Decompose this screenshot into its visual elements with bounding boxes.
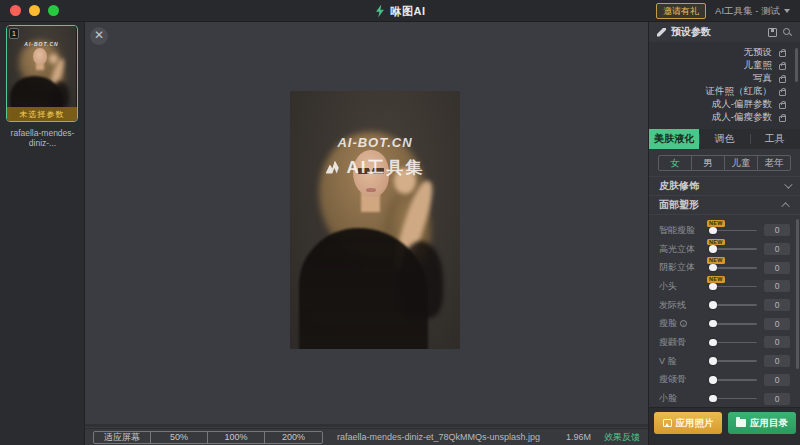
- slider-value: 0: [764, 355, 790, 367]
- thumbnail-photo: AI-BOT.CN: [7, 26, 76, 120]
- section-skin-retouch[interactable]: 皮肤修饰: [649, 176, 800, 195]
- app-window: 咻图AI 邀请有礼 AI工具集 - 测试 1 AI-BOT.CN 未选择参数 r…: [0, 0, 800, 445]
- slider[interactable]: [710, 286, 757, 288]
- slider[interactable]: [710, 248, 757, 250]
- slider-handle[interactable]: [709, 227, 717, 235]
- preset-item[interactable]: 儿童照: [649, 59, 800, 72]
- fit-screen-button[interactable]: 适应屏幕: [94, 432, 151, 443]
- slider-value: 0: [764, 336, 790, 348]
- slider-value: 0: [764, 280, 790, 292]
- account-menu[interactable]: AI工具集 - 测试: [715, 5, 790, 18]
- slider-value: 0: [764, 224, 790, 236]
- slider-handle[interactable]: [709, 283, 717, 291]
- slider[interactable]: [710, 304, 757, 306]
- file-size: 1.96M: [566, 432, 591, 442]
- apply-to-photo-button[interactable]: 应用照片: [654, 412, 722, 434]
- slider-row-slim-cheekbone: 瘦颧骨 0: [649, 333, 800, 352]
- gender-child[interactable]: 儿童: [725, 156, 758, 170]
- photo-lips: [366, 188, 376, 192]
- preset-item[interactable]: 证件照（红底）: [649, 85, 800, 98]
- slider-handle[interactable]: [709, 339, 717, 347]
- slider-handle[interactable]: [709, 245, 717, 253]
- thumb-watermark: AI-BOT.CN: [7, 41, 76, 47]
- slider-row-hairline: 发际线 0: [649, 296, 800, 315]
- maximize-window-button[interactable]: [48, 5, 59, 16]
- close-window-button[interactable]: [10, 5, 21, 16]
- preset-scrollbar[interactable]: [795, 48, 798, 82]
- slider[interactable]: [710, 360, 757, 362]
- slider-row-small-face: 小脸 0: [649, 389, 800, 408]
- slider-value: 0: [764, 243, 790, 255]
- chevron-up-icon: [781, 202, 789, 210]
- preset-item[interactable]: 写真: [649, 72, 800, 85]
- photo-sleeve: [399, 241, 443, 318]
- account-label: AI工具集 - 测试: [715, 5, 780, 18]
- tab-beauty-liquify[interactable]: 美肤液化: [649, 129, 699, 149]
- settings-panel: 预设参数 无预设 儿童照 写真 证件照（红底） 成人-偏胖参数 成人-偏瘦参数: [648, 22, 800, 445]
- new-badge: NEW: [707, 276, 725, 283]
- image-thumbnail-card[interactable]: 1 AI-BOT.CN 未选择参数: [6, 25, 78, 122]
- zoom-200-button[interactable]: 200%: [265, 432, 322, 443]
- minimize-window-button[interactable]: [29, 5, 40, 16]
- slider-handle[interactable]: [709, 320, 717, 328]
- lock-icon: [779, 103, 786, 109]
- new-badge: NEW: [707, 239, 725, 246]
- search-icon[interactable]: [782, 27, 792, 37]
- gender-female[interactable]: 女: [659, 156, 692, 170]
- info-icon[interactable]: i: [680, 320, 687, 327]
- slider-handle[interactable]: [709, 357, 717, 365]
- tab-color-grade[interactable]: 调色: [699, 129, 749, 149]
- current-filename: rafaella-mendes-diniz-et_78QkMMQs-unspla…: [337, 432, 540, 442]
- no-preset-banner: 未选择参数: [7, 107, 77, 121]
- zoom-50-button[interactable]: 50%: [151, 432, 208, 443]
- slider-row-small-head: NEW 小头 0: [649, 277, 800, 296]
- thumbnail-index-badge: 1: [9, 28, 19, 39]
- chevron-down-icon: [784, 9, 790, 13]
- slider[interactable]: [710, 323, 757, 325]
- slider[interactable]: [710, 230, 757, 232]
- slider-row-shadow-3d: NEW 阴影立体 0: [649, 258, 800, 277]
- slider[interactable]: [710, 267, 757, 269]
- slider-handle[interactable]: [709, 301, 717, 309]
- slider-handle[interactable]: [709, 264, 717, 272]
- slider-handle[interactable]: [709, 395, 717, 403]
- horizontal-scrollbar[interactable]: [85, 424, 648, 427]
- gender-elder[interactable]: 老年: [758, 156, 790, 170]
- apply-footer: 应用照片 应用目录: [649, 407, 800, 445]
- zoom-100-button[interactable]: 100%: [208, 432, 265, 443]
- preset-item[interactable]: 成人-偏胖参数: [649, 98, 800, 111]
- lock-icon: [779, 116, 786, 122]
- preset-item[interactable]: 成人-偏瘦参数: [649, 111, 800, 124]
- invite-reward-button[interactable]: 邀请有礼: [656, 3, 706, 19]
- slider-panel-scrollbar[interactable]: [796, 219, 799, 369]
- slider[interactable]: [710, 342, 757, 344]
- gender-male[interactable]: 男: [692, 156, 725, 170]
- slider-handle[interactable]: [709, 376, 717, 384]
- save-preset-icon[interactable]: [768, 28, 777, 37]
- section-face-shaping[interactable]: 面部塑形: [649, 195, 800, 214]
- slider-row-smart-slim-face: NEW 智能瘦脸 0: [649, 221, 800, 240]
- slider-row-highlight-3d: NEW 高光立体 0: [649, 240, 800, 259]
- apply-to-folder-button[interactable]: 应用目录: [728, 412, 796, 434]
- slider-value: 0: [764, 299, 790, 311]
- status-bar: 适应屏幕 50% 100% 200% rafaella-mendes-diniz…: [85, 428, 648, 445]
- feedback-link[interactable]: 效果反馈: [604, 431, 640, 444]
- lock-icon: [779, 77, 786, 83]
- slider-row-v-face: V 脸 0: [649, 352, 800, 371]
- tab-tools[interactable]: 工具: [750, 129, 800, 149]
- new-badge: NEW: [707, 257, 725, 264]
- close-image-icon[interactable]: ✕: [90, 27, 108, 45]
- lock-icon: [779, 64, 786, 70]
- slider[interactable]: [710, 398, 757, 400]
- editor-canvas[interactable]: ✕ AI-BOT.CN AI工具集: [85, 22, 648, 428]
- panel-tabs: 美肤液化 调色 工具: [649, 129, 800, 149]
- preset-item[interactable]: 无预设: [649, 46, 800, 59]
- watermark-logo-icon: [326, 161, 343, 174]
- thumbnail-filename: rafaella-mendes-diniz-...: [0, 128, 85, 148]
- preset-title: 预设参数: [671, 25, 763, 39]
- slider-list: NEW 智能瘦脸 0 NEW 高光立体 0 NEW 阴影立体 0 NEW 小头: [649, 214, 800, 426]
- window-controls: [10, 5, 59, 16]
- slider[interactable]: [710, 379, 757, 381]
- slider-value: 0: [764, 318, 790, 330]
- zoom-control-group: 适应屏幕 50% 100% 200%: [93, 431, 323, 444]
